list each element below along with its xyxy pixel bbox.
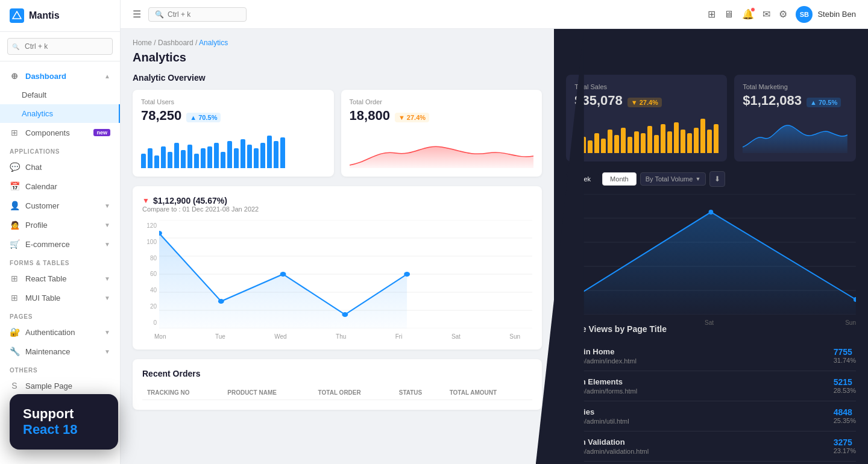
logo-icon: [10, 8, 24, 23]
total-sales-label: Total Sales: [574, 83, 719, 90]
svg-point-11: [342, 312, 348, 317]
total-marketing-badge: ▲ 70.5%: [807, 98, 841, 107]
calendar-icon: 📅: [10, 181, 19, 191]
total-sales-value: $35,078: [574, 93, 623, 108]
breadcrumb-current: Analytics: [199, 39, 228, 47]
sidebar-search-input[interactable]: [7, 38, 113, 55]
hamburger-button[interactable]: ☰: [133, 8, 141, 20]
page-view-row-3: Utilities /demo/admin/util.html 4848 25.…: [566, 401, 856, 431]
sidebar-item-chat[interactable]: 💬 Chat: [0, 157, 120, 177]
sidebar-item-ecommerce[interactable]: 🛒 E-commerce ▼: [0, 234, 120, 254]
mui-table-icon: ⊞: [10, 293, 19, 303]
week-button[interactable]: Week: [566, 172, 599, 186]
income-compare: Compare to : 01 Dec 2021-08 Jan 2022: [142, 205, 259, 213]
pv-url-1: /demo/admin/index.html: [566, 357, 637, 365]
stat-card-total-order: Total Order 18,800 ▼ 27.4%: [341, 90, 542, 177]
pv-pct-1: 31.74%: [834, 357, 856, 364]
user-info[interactable]: SB Stebin Ben: [796, 6, 856, 23]
total-sales-badge: ▼ 27.4%: [627, 98, 662, 107]
logo-text: Mantis: [29, 10, 60, 21]
pv-url-2: /demo/admin/forms.html: [566, 387, 637, 395]
mail-icon[interactable]: ✉: [763, 8, 770, 20]
search-icon: 🔍: [155, 10, 164, 19]
chevron-down-icon-7: ▼: [104, 348, 110, 355]
topbar-left: ☰ 🔍: [133, 7, 247, 22]
pv-title-2: Form Elements: [566, 377, 637, 386]
download-button[interactable]: ⬇: [709, 171, 725, 187]
topbar: ☰ 🔍 ⊞ 🖥 🔔 ✉ ⚙ SB Stebin Ben: [121, 0, 868, 29]
content-right: Total Sales $35,078 ▼ 27.4%: [554, 29, 868, 464]
total-order-chart: [350, 132, 534, 168]
pages-section-label: Pages: [0, 307, 120, 322]
monitor-icon[interactable]: 🖥: [724, 9, 734, 20]
month-button[interactable]: Month: [602, 172, 637, 186]
sidebar-search-area: [0, 32, 120, 61]
notification-icon[interactable]: 🔔: [742, 8, 754, 20]
orders-table: TRACKING NO PRODUCT NAME TOTAL ORDER STA…: [142, 386, 532, 400]
page-view-row-5: Modals /demo/admin/modals.html 3003 22.2…: [566, 462, 856, 464]
col-total-order: TOTAL ORDER: [313, 386, 394, 400]
dark-chart-x-labels: Fri Sat Sun: [566, 319, 856, 326]
sidebar-item-components[interactable]: ⊞ Components new: [0, 123, 120, 142]
topbar-search: 🔍: [148, 7, 247, 22]
sidebar-item-analytics[interactable]: Analytics: [0, 104, 120, 123]
support-popup[interactable]: Support React 18: [10, 394, 118, 450]
chevron-down-icon-6: ▼: [104, 329, 110, 336]
pv-title-1: Admin Home: [566, 347, 637, 356]
avatar: SB: [796, 6, 813, 23]
svg-point-10: [280, 272, 286, 277]
page-view-row-1: Admin Home /demo/admin/index.html 7755 3…: [566, 341, 856, 371]
chat-icon: 💬: [10, 162, 19, 172]
income-header: ▼ $1,12,900 (45.67%) Compare to : 01 Dec…: [142, 196, 532, 213]
settings-icon[interactable]: ⚙: [779, 8, 787, 20]
sidebar-logo[interactable]: Mantis: [0, 0, 120, 32]
total-sales-chart: [574, 117, 719, 153]
apps-icon[interactable]: ⊞: [708, 8, 715, 20]
ecommerce-icon: 🛒: [10, 239, 19, 249]
analytic-overview-title: Analytic Overview: [133, 73, 542, 83]
col-status: STATUS: [394, 386, 445, 400]
pv-count-1: 7755: [834, 347, 856, 357]
sidebar-item-calendar[interactable]: 📅 Calendar: [0, 177, 120, 196]
total-users-badge: ▲ 70.5%: [186, 113, 221, 122]
components-icon: ⊞: [10, 128, 19, 137]
svg-point-12: [404, 272, 410, 277]
volume-select[interactable]: By Total Volume ▼: [640, 172, 706, 186]
profile-icon: 🙍: [10, 220, 19, 230]
income-overview-card: ▼ $1,12,900 (45.67%) Compare to : 01 Dec…: [133, 186, 542, 350]
customer-icon: 👤: [10, 201, 19, 210]
recent-orders-title: Recent Orders: [142, 369, 532, 378]
sidebar-item-react-table[interactable]: ⊞ React Table ▼: [0, 269, 120, 288]
total-marketing-label: Total Marketing: [743, 83, 848, 90]
stat-cards-dark: Total Sales $35,078 ▼ 27.4%: [566, 75, 856, 161]
pv-count-4: 3275: [834, 437, 856, 447]
chevron-down-icon-4: ▼: [104, 275, 110, 282]
chevron-down-icon: ▼: [104, 202, 110, 209]
sidebar-item-sample[interactable]: S Sample Page: [0, 376, 120, 395]
sidebar-item-maintenance[interactable]: 🔧 Maintenance ▼: [0, 342, 120, 361]
income-value: $1,12,900 (45.67%): [153, 196, 227, 205]
topbar-search-input[interactable]: [168, 10, 240, 19]
user-name: Stebin Ben: [817, 10, 856, 19]
main-area: ☰ 🔍 ⊞ 🖥 🔔 ✉ ⚙ SB Stebin Ben: [121, 0, 868, 464]
col-product: PRODUCT NAME: [222, 386, 313, 400]
sidebar-item-profile[interactable]: 🙍 Profile ▼: [0, 215, 120, 234]
support-subtitle: React 18: [23, 422, 105, 437]
topbar-right: ⊞ 🖥 🔔 ✉ ⚙ SB Stebin Ben: [708, 6, 856, 23]
sidebar-item-authentication[interactable]: 🔐 Authentication ▼: [0, 322, 120, 342]
breadcrumb-dashboard[interactable]: Dashboard: [158, 39, 193, 47]
applications-section-label: Applications: [0, 142, 120, 157]
svg-point-9: [218, 299, 224, 304]
pv-url-3: /demo/admin/util.html: [566, 418, 629, 425]
sidebar-item-mui-table[interactable]: ⊞ MUI Table ▼: [0, 288, 120, 307]
pv-pct-3: 25.35%: [834, 417, 856, 424]
react-table-icon: ⊞: [10, 274, 19, 283]
sidebar-item-customer[interactable]: 👤 Customer ▼: [0, 196, 120, 215]
sidebar-item-default[interactable]: Default: [0, 86, 120, 104]
forms-section-label: Forms & Tables: [0, 254, 120, 269]
stat-cards-light: Total Users 78,250 ▲ 70.5%: [133, 90, 542, 177]
sidebar-item-dashboard[interactable]: ⊕ Dashboard ▲: [0, 66, 120, 86]
stat-card-total-users: Total Users 78,250 ▲ 70.5%: [133, 90, 334, 177]
breadcrumb-home[interactable]: Home: [133, 39, 152, 47]
dashboard-icon: ⊕: [10, 71, 19, 81]
